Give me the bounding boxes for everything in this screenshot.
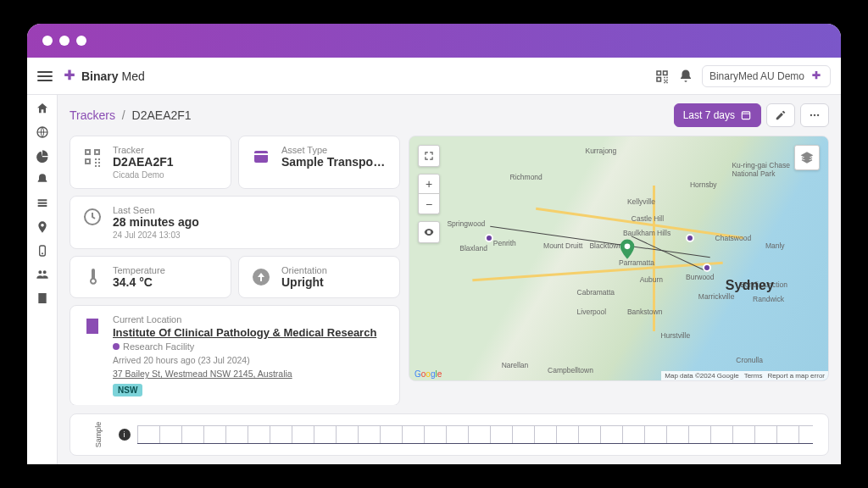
users-icon[interactable] [36, 268, 49, 281]
orientation-card: Orientation Upright [238, 256, 400, 298]
pin-icon[interactable] [36, 220, 49, 234]
home-icon[interactable] [36, 102, 49, 115]
fullscreen-icon [423, 150, 435, 162]
pencil-icon [775, 109, 787, 121]
info-icon[interactable]: i [119, 429, 131, 441]
layers-button[interactable] [794, 145, 820, 170]
brand-icon [61, 68, 78, 85]
last-seen-card: Last Seen 28 minutes ago 24 Jul 2024 13:… [70, 196, 400, 249]
chart-y-label: Sample [94, 422, 103, 448]
user-chip[interactable]: BinaryMed AU Demo [702, 65, 831, 87]
more-button[interactable] [800, 103, 829, 127]
clock-icon [81, 205, 104, 229]
arrow-up-icon [249, 265, 273, 289]
window-titlebar [27, 24, 841, 58]
bell-icon[interactable] [678, 69, 693, 84]
breadcrumb: Trackers / D2AEA2F1 [70, 108, 192, 122]
brand-logo[interactable]: BinaryMed [61, 68, 145, 85]
dots-icon [809, 109, 821, 121]
edit-button[interactable] [766, 103, 795, 127]
list-icon[interactable] [36, 197, 49, 210]
map-terms-link[interactable]: Terms [744, 372, 763, 380]
map-attribution: Map data ©2024 Google Terms Report a map… [661, 371, 828, 380]
chart-grid [137, 425, 813, 444]
svg-point-2 [42, 252, 43, 254]
map-marker[interactable] [619, 239, 636, 261]
top-bar: BinaryMed BinaryMed AU Demo [27, 58, 841, 95]
map-view[interactable]: Kurrajong Richmond Springwood Blaxland P… [409, 136, 829, 381]
location-card: Current Location Institute Of Clinical P… [70, 305, 400, 405]
svg-point-6 [817, 114, 819, 116]
map-provider-logo: Google [415, 369, 442, 379]
date-range-button[interactable]: Last 7 days [674, 103, 761, 127]
eye-icon [423, 226, 435, 238]
building-icon[interactable] [36, 291, 49, 305]
zoom-out-button[interactable]: − [418, 194, 440, 214]
traffic-light-dot[interactable] [42, 36, 53, 46]
calendar-icon [740, 109, 752, 121]
fullscreen-button[interactable] [418, 145, 440, 167]
city-label: Sydney [726, 278, 774, 293]
chart-pie-icon[interactable] [36, 149, 49, 163]
breadcrumb-root[interactable]: Trackers [70, 108, 115, 122]
timeline-chart[interactable]: Sample i [70, 413, 829, 456]
tracker-card[interactable]: Tracker D2AEA2F1 Cicada Demo [70, 136, 231, 189]
map-report-link[interactable]: Report a map error [767, 372, 825, 380]
track-point[interactable] [485, 234, 493, 242]
globe-icon[interactable] [36, 125, 49, 139]
package-icon [249, 145, 273, 169]
visibility-toggle[interactable] [418, 221, 440, 243]
side-nav [27, 95, 58, 464]
traffic-light-dot[interactable] [76, 36, 86, 46]
bell-icon[interactable] [36, 173, 49, 186]
qr-icon[interactable] [654, 69, 670, 84]
svg-rect-7 [254, 151, 268, 163]
track-point[interactable] [703, 263, 711, 272]
layers-icon [800, 151, 814, 164]
thermometer-icon [81, 265, 104, 289]
svg-point-4 [810, 114, 812, 116]
location-address-link[interactable]: 37 Bailey St, Westmead NSW 2145, Austral… [113, 369, 292, 379]
temperature-card: Temperature 34.4 °C [70, 256, 231, 298]
facility-bullet [113, 343, 120, 350]
asset-type-card[interactable]: Asset Type Sample Transport Contai... [238, 136, 400, 189]
location-name-link[interactable]: Institute Of Clinical Pathology & Medica… [113, 326, 376, 339]
qr-icon [81, 145, 104, 169]
zoom-in-button[interactable]: + [418, 174, 440, 194]
brand-small-icon [810, 69, 823, 83]
building-icon [81, 314, 104, 338]
device-icon[interactable] [36, 244, 49, 258]
traffic-light-dot[interactable] [59, 36, 70, 46]
breadcrumb-current: D2AEA2F1 [132, 108, 192, 122]
svg-point-10 [625, 243, 631, 249]
track-point[interactable] [686, 234, 694, 242]
svg-point-5 [814, 114, 815, 116]
svg-rect-3 [742, 112, 749, 119]
menu-toggle-button[interactable] [37, 71, 53, 81]
state-tag: NSW [113, 384, 142, 396]
